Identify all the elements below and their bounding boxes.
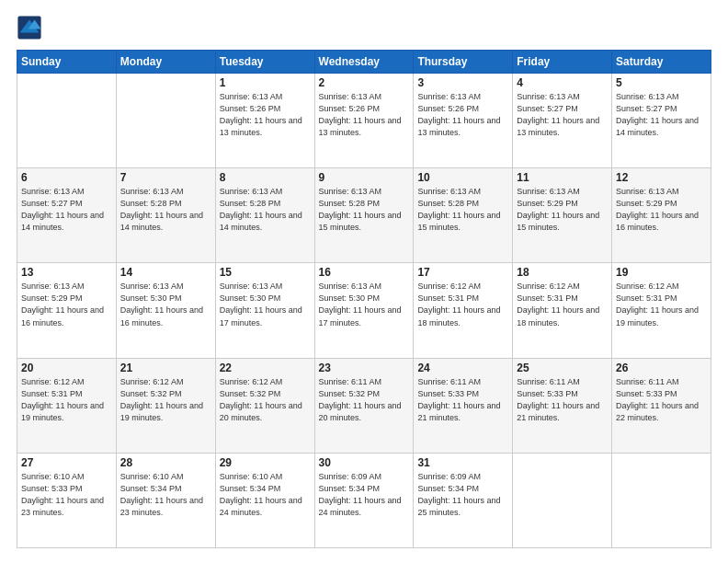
calendar-cell: 15Sunrise: 6:13 AM Sunset: 5:30 PM Dayli… bbox=[215, 263, 314, 358]
day-info: Sunrise: 6:11 AM Sunset: 5:32 PM Dayligh… bbox=[319, 376, 410, 424]
day-info: Sunrise: 6:13 AM Sunset: 5:28 PM Dayligh… bbox=[319, 186, 410, 234]
day-number: 17 bbox=[417, 266, 508, 279]
day-info: Sunrise: 6:13 AM Sunset: 5:29 PM Dayligh… bbox=[616, 186, 707, 234]
calendar-cell: 19Sunrise: 6:12 AM Sunset: 5:31 PM Dayli… bbox=[612, 263, 711, 358]
calendar-cell: 18Sunrise: 6:12 AM Sunset: 5:31 PM Dayli… bbox=[513, 263, 612, 358]
day-info: Sunrise: 6:10 AM Sunset: 5:34 PM Dayligh… bbox=[120, 471, 211, 519]
calendar-cell: 14Sunrise: 6:13 AM Sunset: 5:30 PM Dayli… bbox=[116, 263, 215, 358]
day-number: 14 bbox=[120, 266, 211, 279]
day-number: 31 bbox=[417, 456, 508, 469]
calendar-cell: 25Sunrise: 6:11 AM Sunset: 5:33 PM Dayli… bbox=[513, 358, 612, 453]
day-number: 11 bbox=[517, 171, 608, 184]
calendar-cell: 20Sunrise: 6:12 AM Sunset: 5:31 PM Dayli… bbox=[17, 358, 117, 453]
calendar-cell bbox=[612, 453, 711, 547]
calendar-cell: 16Sunrise: 6:13 AM Sunset: 5:30 PM Dayli… bbox=[314, 263, 414, 358]
day-info: Sunrise: 6:13 AM Sunset: 5:27 PM Dayligh… bbox=[616, 91, 707, 139]
weekday-header: Tuesday bbox=[215, 51, 314, 74]
calendar-cell: 12Sunrise: 6:13 AM Sunset: 5:29 PM Dayli… bbox=[612, 168, 711, 263]
day-number: 20 bbox=[21, 362, 112, 374]
calendar-cell: 9Sunrise: 6:13 AM Sunset: 5:28 PM Daylig… bbox=[314, 168, 414, 263]
day-number: 26 bbox=[616, 362, 707, 374]
day-info: Sunrise: 6:13 AM Sunset: 5:29 PM Dayligh… bbox=[517, 186, 608, 234]
day-info: Sunrise: 6:13 AM Sunset: 5:28 PM Dayligh… bbox=[417, 186, 508, 234]
calendar-cell: 26Sunrise: 6:11 AM Sunset: 5:33 PM Dayli… bbox=[612, 358, 711, 453]
day-info: Sunrise: 6:12 AM Sunset: 5:32 PM Dayligh… bbox=[220, 376, 311, 424]
weekday-header: Wednesday bbox=[314, 51, 414, 74]
day-number: 24 bbox=[417, 362, 508, 374]
day-number: 23 bbox=[319, 362, 410, 374]
calendar-cell: 1Sunrise: 6:13 AM Sunset: 5:26 PM Daylig… bbox=[215, 74, 314, 168]
weekday-header: Sunday bbox=[17, 51, 117, 74]
logo bbox=[17, 15, 46, 40]
day-number: 25 bbox=[517, 362, 608, 374]
calendar-cell: 11Sunrise: 6:13 AM Sunset: 5:29 PM Dayli… bbox=[513, 168, 612, 263]
day-number: 27 bbox=[21, 456, 112, 469]
day-number: 13 bbox=[21, 266, 112, 279]
day-info: Sunrise: 6:10 AM Sunset: 5:33 PM Dayligh… bbox=[21, 471, 112, 519]
calendar-cell: 3Sunrise: 6:13 AM Sunset: 5:26 PM Daylig… bbox=[414, 74, 513, 168]
day-number: 30 bbox=[319, 456, 410, 469]
calendar-cell: 5Sunrise: 6:13 AM Sunset: 5:27 PM Daylig… bbox=[612, 74, 711, 168]
day-info: Sunrise: 6:12 AM Sunset: 5:31 PM Dayligh… bbox=[517, 281, 608, 328]
day-info: Sunrise: 6:13 AM Sunset: 5:30 PM Dayligh… bbox=[319, 281, 410, 328]
calendar-cell: 22Sunrise: 6:12 AM Sunset: 5:32 PM Dayli… bbox=[215, 358, 314, 453]
day-info: Sunrise: 6:13 AM Sunset: 5:30 PM Dayligh… bbox=[220, 281, 311, 328]
day-info: Sunrise: 6:09 AM Sunset: 5:34 PM Dayligh… bbox=[417, 471, 508, 519]
calendar-cell: 6Sunrise: 6:13 AM Sunset: 5:27 PM Daylig… bbox=[17, 168, 117, 263]
calendar-cell bbox=[513, 453, 612, 547]
day-number: 2 bbox=[319, 76, 410, 89]
day-number: 7 bbox=[120, 171, 211, 184]
day-number: 6 bbox=[21, 171, 112, 184]
day-info: Sunrise: 6:12 AM Sunset: 5:31 PM Dayligh… bbox=[417, 281, 508, 328]
day-number: 8 bbox=[220, 171, 311, 184]
calendar-week-row: 20Sunrise: 6:12 AM Sunset: 5:31 PM Dayli… bbox=[17, 358, 711, 453]
day-info: Sunrise: 6:11 AM Sunset: 5:33 PM Dayligh… bbox=[417, 376, 508, 424]
day-number: 12 bbox=[616, 171, 707, 184]
day-info: Sunrise: 6:13 AM Sunset: 5:26 PM Dayligh… bbox=[319, 91, 410, 139]
calendar-cell: 21Sunrise: 6:12 AM Sunset: 5:32 PM Dayli… bbox=[116, 358, 215, 453]
day-number: 29 bbox=[220, 456, 311, 469]
calendar-week-row: 1Sunrise: 6:13 AM Sunset: 5:26 PM Daylig… bbox=[17, 74, 711, 168]
day-info: Sunrise: 6:13 AM Sunset: 5:29 PM Dayligh… bbox=[21, 281, 112, 328]
day-info: Sunrise: 6:11 AM Sunset: 5:33 PM Dayligh… bbox=[616, 376, 707, 424]
calendar: SundayMondayTuesdayWednesdayThursdayFrid… bbox=[17, 50, 711, 548]
calendar-cell: 31Sunrise: 6:09 AM Sunset: 5:34 PM Dayli… bbox=[414, 453, 513, 547]
calendar-cell: 17Sunrise: 6:12 AM Sunset: 5:31 PM Dayli… bbox=[414, 263, 513, 358]
day-number: 10 bbox=[417, 171, 508, 184]
day-info: Sunrise: 6:12 AM Sunset: 5:31 PM Dayligh… bbox=[21, 376, 112, 424]
calendar-cell: 27Sunrise: 6:10 AM Sunset: 5:33 PM Dayli… bbox=[17, 453, 117, 547]
day-info: Sunrise: 6:09 AM Sunset: 5:34 PM Dayligh… bbox=[319, 471, 410, 519]
calendar-week-row: 13Sunrise: 6:13 AM Sunset: 5:29 PM Dayli… bbox=[17, 263, 711, 358]
day-info: Sunrise: 6:13 AM Sunset: 5:27 PM Dayligh… bbox=[21, 186, 112, 234]
calendar-cell: 30Sunrise: 6:09 AM Sunset: 5:34 PM Dayli… bbox=[314, 453, 414, 547]
calendar-cell bbox=[116, 74, 215, 168]
calendar-week-row: 27Sunrise: 6:10 AM Sunset: 5:33 PM Dayli… bbox=[17, 453, 711, 547]
weekday-header: Saturday bbox=[612, 51, 711, 74]
calendar-cell: 13Sunrise: 6:13 AM Sunset: 5:29 PM Dayli… bbox=[17, 263, 117, 358]
calendar-cell: 7Sunrise: 6:13 AM Sunset: 5:28 PM Daylig… bbox=[116, 168, 215, 263]
page: SundayMondayTuesdayWednesdayThursdayFrid… bbox=[0, 0, 728, 563]
day-number: 19 bbox=[616, 266, 707, 279]
day-info: Sunrise: 6:13 AM Sunset: 5:26 PM Dayligh… bbox=[417, 91, 508, 139]
day-number: 15 bbox=[220, 266, 311, 279]
day-info: Sunrise: 6:12 AM Sunset: 5:31 PM Dayligh… bbox=[616, 281, 707, 328]
header bbox=[17, 15, 711, 40]
calendar-cell: 10Sunrise: 6:13 AM Sunset: 5:28 PM Dayli… bbox=[414, 168, 513, 263]
calendar-cell: 28Sunrise: 6:10 AM Sunset: 5:34 PM Dayli… bbox=[116, 453, 215, 547]
day-number: 3 bbox=[417, 76, 508, 89]
day-number: 4 bbox=[517, 76, 608, 89]
weekday-header: Thursday bbox=[414, 51, 513, 74]
calendar-week-row: 6Sunrise: 6:13 AM Sunset: 5:27 PM Daylig… bbox=[17, 168, 711, 263]
day-info: Sunrise: 6:13 AM Sunset: 5:26 PM Dayligh… bbox=[220, 91, 311, 139]
logo-icon bbox=[17, 15, 42, 40]
calendar-cell: 23Sunrise: 6:11 AM Sunset: 5:32 PM Dayli… bbox=[314, 358, 414, 453]
calendar-cell: 24Sunrise: 6:11 AM Sunset: 5:33 PM Dayli… bbox=[414, 358, 513, 453]
day-info: Sunrise: 6:13 AM Sunset: 5:28 PM Dayligh… bbox=[220, 186, 311, 234]
day-info: Sunrise: 6:10 AM Sunset: 5:34 PM Dayligh… bbox=[220, 471, 311, 519]
weekday-header: Friday bbox=[513, 51, 612, 74]
day-info: Sunrise: 6:11 AM Sunset: 5:33 PM Dayligh… bbox=[517, 376, 608, 424]
day-info: Sunrise: 6:13 AM Sunset: 5:28 PM Dayligh… bbox=[120, 186, 211, 234]
day-number: 18 bbox=[517, 266, 608, 279]
day-number: 28 bbox=[120, 456, 211, 469]
calendar-cell bbox=[17, 74, 117, 168]
